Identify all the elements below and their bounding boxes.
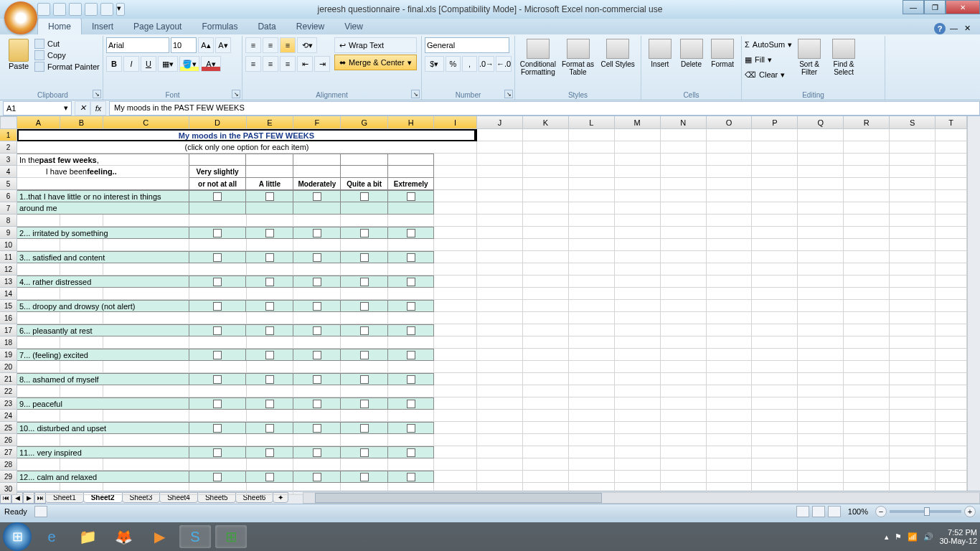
empty-cell[interactable]	[523, 434, 569, 446]
empty-cell[interactable]	[844, 312, 890, 324]
column-header[interactable]: R	[844, 116, 890, 129]
empty-cell[interactable]	[890, 410, 936, 422]
empty-cell[interactable]	[189, 336, 247, 349]
empty-cell[interactable]	[890, 178, 936, 190]
empty-cell[interactable]	[477, 129, 523, 141]
empty-cell[interactable]	[798, 251, 844, 263]
empty-cell[interactable]	[890, 129, 936, 141]
option-cell[interactable]	[246, 251, 293, 263]
print-icon[interactable]	[85, 3, 98, 16]
column-header[interactable]: A	[17, 116, 60, 129]
option-cell[interactable]	[246, 446, 293, 458]
question-cell[interactable]: around me	[17, 202, 189, 215]
clipboard-launcher-icon[interactable]: ↘	[93, 90, 101, 98]
empty-cell[interactable]	[707, 190, 753, 202]
empty-cell[interactable]	[388, 239, 434, 251]
empty-cell[interactable]	[523, 263, 569, 276]
align-right-button[interactable]: ≡	[280, 56, 296, 72]
empty-cell[interactable]	[293, 215, 341, 227]
empty-cell[interactable]	[844, 239, 890, 251]
empty-cell[interactable]	[661, 263, 707, 276]
empty-cell[interactable]	[661, 300, 707, 312]
checkbox[interactable]	[313, 326, 321, 335]
help-icon[interactable]: ?	[934, 23, 946, 34]
empty-cell[interactable]	[477, 361, 523, 373]
empty-cell[interactable]	[477, 446, 523, 458]
empty-cell[interactable]	[17, 215, 60, 227]
empty-cell[interactable]	[189, 458, 247, 471]
format-as-table-button[interactable]: Format as Table	[558, 37, 598, 90]
row-header[interactable]: 14	[0, 288, 17, 300]
empty-cell[interactable]	[477, 397, 523, 410]
tab-home[interactable]: Home	[37, 18, 82, 34]
checkbox[interactable]	[360, 278, 369, 286]
option-cell[interactable]	[246, 349, 293, 361]
empty-cell[interactable]	[936, 154, 967, 166]
column-header[interactable]: D	[189, 116, 247, 129]
empty-cell[interactable]	[477, 190, 523, 202]
empty-cell[interactable]	[523, 202, 569, 215]
align-top-button[interactable]: ≡	[245, 37, 261, 53]
option-cell[interactable]	[189, 300, 247, 312]
option-cell[interactable]	[293, 446, 341, 458]
option-cell[interactable]	[246, 471, 293, 483]
empty-cell[interactable]	[890, 434, 936, 446]
row-header[interactable]: 15	[0, 300, 17, 312]
clock[interactable]: 7:52 PM 30-May-12	[939, 528, 977, 545]
checkbox[interactable]	[313, 400, 321, 408]
row-header[interactable]: 19	[0, 349, 17, 361]
empty-cell[interactable]	[569, 239, 615, 251]
option-cell[interactable]	[388, 276, 434, 288]
empty-cell[interactable]	[341, 288, 388, 300]
empty-cell[interactable]	[615, 288, 661, 300]
option-cell[interactable]	[189, 397, 247, 410]
font-color-button[interactable]: A▾	[201, 56, 221, 72]
empty-cell[interactable]	[615, 166, 661, 178]
empty-cell[interactable]	[752, 397, 798, 410]
empty-cell[interactable]	[569, 361, 615, 373]
flag-icon[interactable]: ⚑	[895, 532, 902, 542]
empty-cell[interactable]	[523, 227, 569, 239]
empty-cell[interactable]	[615, 251, 661, 263]
empty-cell[interactable]	[707, 471, 753, 483]
row-header[interactable]: 22	[0, 385, 17, 397]
column-header[interactable]: M	[615, 116, 661, 129]
empty-cell[interactable]	[293, 239, 341, 251]
option-cell[interactable]	[189, 471, 247, 483]
option-cell[interactable]	[246, 300, 293, 312]
empty-cell[interactable]	[615, 300, 661, 312]
empty-cell[interactable]	[615, 178, 661, 190]
empty-cell[interactable]	[890, 166, 936, 178]
empty-cell[interactable]	[890, 288, 936, 300]
header-cell[interactable]: Very slightly	[189, 166, 247, 178]
option-cell[interactable]	[341, 471, 388, 483]
option-cell[interactable]	[341, 446, 388, 458]
empty-cell[interactable]	[434, 434, 477, 446]
empty-cell[interactable]	[615, 336, 661, 349]
vertical-scrollbar[interactable]	[967, 116, 980, 491]
row-header[interactable]: 24	[0, 410, 17, 422]
empty-cell[interactable]	[707, 324, 753, 336]
empty-cell[interactable]	[60, 458, 103, 471]
question-cell[interactable]: 9... peaceful	[17, 397, 189, 410]
empty-cell[interactable]	[707, 373, 753, 385]
empty-cell[interactable]	[798, 349, 844, 361]
empty-cell[interactable]	[247, 483, 294, 495]
row-header[interactable]: 18	[0, 336, 17, 349]
empty-cell[interactable]	[477, 239, 523, 251]
page-layout-view-button[interactable]	[812, 506, 825, 517]
empty-cell[interactable]	[752, 263, 798, 276]
checkbox[interactable]	[407, 473, 415, 481]
empty-cell[interactable]	[523, 129, 569, 141]
empty-cell[interactable]	[798, 227, 844, 239]
empty-cell[interactable]	[341, 239, 388, 251]
empty-cell[interactable]	[752, 373, 798, 385]
empty-cell[interactable]	[477, 202, 523, 215]
empty-cell[interactable]	[798, 190, 844, 202]
empty-cell[interactable]	[890, 154, 936, 166]
empty-cell[interactable]	[752, 141, 798, 154]
page-break-view-button[interactable]	[828, 506, 841, 517]
empty-cell[interactable]	[388, 288, 434, 300]
empty-cell[interactable]	[569, 141, 615, 154]
empty-cell[interactable]	[936, 471, 967, 483]
